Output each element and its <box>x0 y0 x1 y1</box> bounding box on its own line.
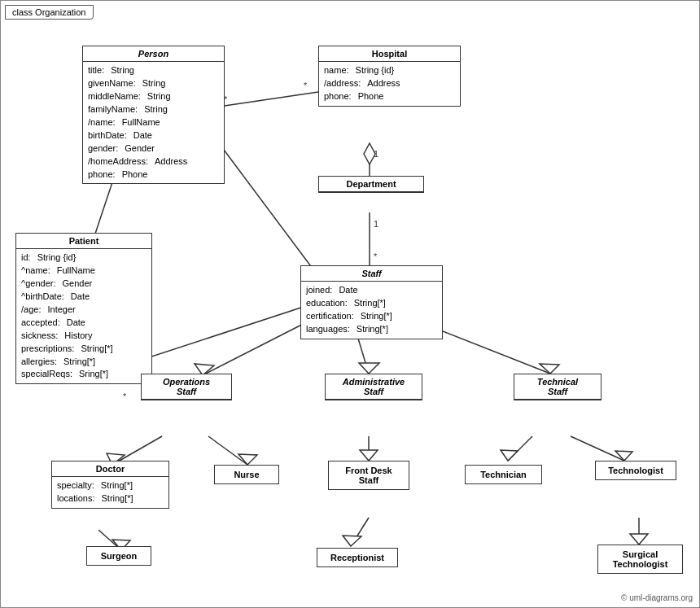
svg-marker-27 <box>501 450 518 461</box>
svg-line-26 <box>508 436 532 461</box>
person-class: Person title:String givenName:String mid… <box>82 46 225 184</box>
person-attrs: title:String givenName:String middleName… <box>83 62 224 183</box>
technician-class: Technician <box>465 465 542 484</box>
svg-marker-29 <box>615 451 632 461</box>
svg-line-28 <box>571 436 624 461</box>
svg-marker-35 <box>630 534 648 545</box>
person-title: Person <box>83 46 224 62</box>
patient-class: Patient id:String {id} ^name:FullName ^g… <box>15 233 152 384</box>
svg-text:*: * <box>374 252 378 261</box>
patient-title: Patient <box>16 234 151 249</box>
doctor-title: Doctor <box>52 461 168 477</box>
svg-marker-33 <box>343 536 361 546</box>
diagram-container: class Organization * * 1 * 1 * <box>0 0 700 608</box>
svg-line-0 <box>219 92 318 107</box>
diagram-title: class Organization <box>5 5 94 20</box>
svg-marker-4 <box>364 143 375 164</box>
svg-marker-17 <box>359 363 379 374</box>
svg-text:*: * <box>304 81 308 90</box>
administrative-staff-class: AdministrativeStaff <box>325 374 422 400</box>
surgeon-class: Surgeon <box>86 546 151 566</box>
staff-title: Staff <box>301 266 442 282</box>
nurse-class: Nurse <box>214 465 279 484</box>
operations-staff-title: OperationsStaff <box>142 374 231 400</box>
front-desk-staff-class: Front DeskStaff <box>328 461 409 490</box>
doctor-attrs: specialty:String[*] locations:String[*] <box>52 477 168 508</box>
surgical-technologist-class: SurgicalTechnologist <box>597 545 683 574</box>
administrative-staff-title: AdministrativeStaff <box>326 374 422 400</box>
staff-class: Staff joined:Date education:String[*] ce… <box>300 265 443 339</box>
hospital-attrs: name:String {id} /address:Address phone:… <box>319 62 460 106</box>
svg-marker-19 <box>540 364 559 374</box>
department-class: Department <box>318 176 424 193</box>
svg-line-22 <box>208 436 247 465</box>
operations-staff-class: OperationsStaff <box>141 374 232 400</box>
receptionist-class: Receptionist <box>317 548 398 567</box>
svg-text:1: 1 <box>374 149 378 159</box>
doctor-class: Doctor specialty:String[*] locations:Str… <box>51 461 169 509</box>
svg-marker-23 <box>238 454 257 465</box>
department-title: Department <box>319 177 423 192</box>
technical-staff-class: TechnicalStaff <box>514 374 602 400</box>
patient-attrs: id:String {id} ^name:FullName ^gender:Ge… <box>16 249 151 383</box>
svg-line-12 <box>219 143 322 282</box>
technical-staff-title: TechnicalStaff <box>514 374 601 400</box>
hospital-title: Hospital <box>319 46 460 62</box>
svg-line-32 <box>351 518 369 546</box>
hospital-class: Hospital name:String {id} /address:Addre… <box>318 46 461 107</box>
technologist-class: Technologist <box>595 461 676 480</box>
svg-text:*: * <box>123 391 127 401</box>
copyright: © uml-diagrams.org <box>621 593 693 602</box>
svg-marker-25 <box>360 450 378 461</box>
svg-text:1: 1 <box>374 219 378 229</box>
staff-attrs: joined:Date education:String[*] certific… <box>301 282 442 339</box>
